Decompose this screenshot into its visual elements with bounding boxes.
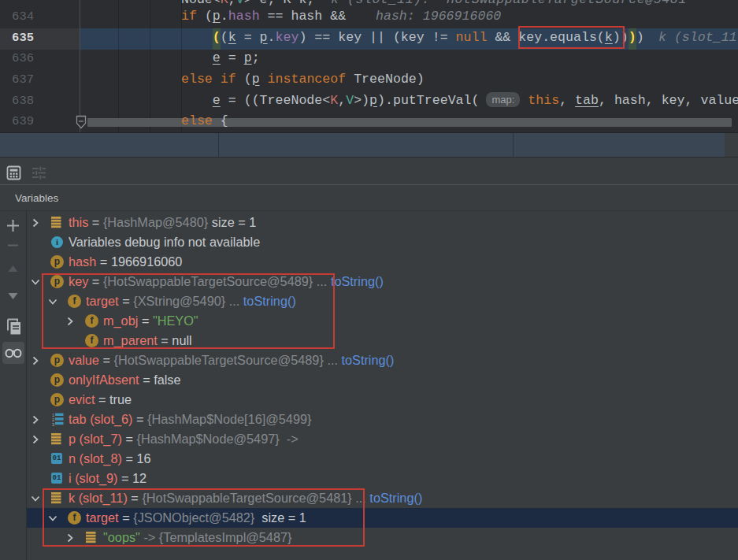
svg-text:3: 3	[52, 422, 54, 426]
